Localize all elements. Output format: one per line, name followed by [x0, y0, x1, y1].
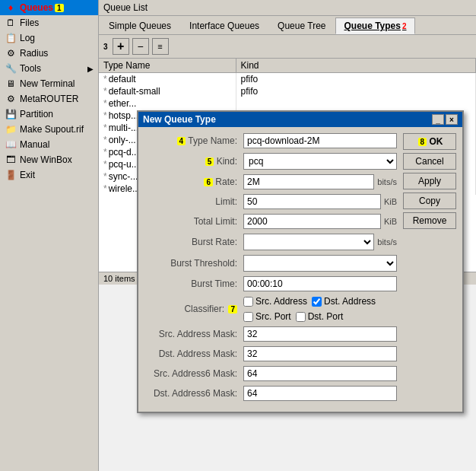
- cell-type-name: *default: [99, 73, 236, 86]
- remove-button-dialog[interactable]: Remove: [403, 212, 456, 229]
- copy-button[interactable]: Copy: [403, 193, 456, 209]
- files-icon: 🗒: [5, 17, 17, 29]
- dst-address-mask-input[interactable]: [243, 346, 397, 361]
- src-address-checkbox-item: Src. Address: [243, 296, 307, 307]
- dialog-close-button[interactable]: ×: [446, 114, 458, 125]
- type-name-badge: 4: [177, 137, 186, 145]
- dialog-title: New Queue Type: [143, 114, 216, 125]
- kind-label: 5 Kind:: [144, 156, 243, 167]
- table-toolbar: 3 + − ≡: [99, 35, 476, 59]
- classifier-checkboxes: Src. Address Dst. Address Src. Port Dst.…: [243, 296, 397, 322]
- burst-rate-row: Burst Rate: bits/s: [144, 234, 397, 250]
- total-limit-input[interactable]: [243, 214, 381, 229]
- burst-threshold-select[interactable]: [243, 255, 397, 272]
- manual-icon: 📖: [5, 138, 17, 151]
- dst-address-checkbox-item: Dst. Address: [312, 296, 376, 307]
- apply-button[interactable]: Apply: [403, 173, 456, 189]
- exit-icon: 🚪: [5, 169, 17, 181]
- add-button[interactable]: +: [113, 38, 129, 55]
- burst-time-row: Burst Time:: [144, 276, 397, 291]
- kind-select[interactable]: pcq pfifo bfifo sfq red: [243, 153, 397, 170]
- rate-unit: bits/s: [377, 177, 397, 186]
- remove-button[interactable]: −: [132, 38, 149, 55]
- type-name-input[interactable]: [243, 133, 397, 148]
- table-row[interactable]: *default-smallpfifo: [99, 85, 476, 97]
- sidebar-item-queues[interactable]: ♦ Queues 1: [0, 0, 98, 15]
- sidebar-item-metarouter[interactable]: ⚙ MetaROUTER: [0, 91, 98, 107]
- add-badge: 3: [103, 43, 108, 51]
- dst-address-mask-row: Dst. Address Mask:: [144, 346, 397, 361]
- sidebar-queues-label: Queues: [20, 2, 53, 13]
- sidebar-item-radius[interactable]: ⚙ Radius: [0, 46, 98, 61]
- ok-badge: 8: [418, 138, 427, 146]
- burst-rate-select[interactable]: [243, 234, 374, 250]
- dialog-minimize-button[interactable]: _: [432, 114, 444, 125]
- src-address-checkbox-label: Src. Address: [255, 296, 307, 307]
- total-limit-label: Total Limit:: [144, 216, 243, 227]
- radius-icon: ⚙: [5, 47, 17, 59]
- table-row[interactable]: *defaultpfifo: [99, 73, 476, 86]
- filter-button[interactable]: ≡: [152, 38, 169, 55]
- src-address-mask-input[interactable]: [243, 326, 397, 342]
- tab-interface-queues[interactable]: Interface Queues: [181, 18, 268, 34]
- dst-port-checkbox[interactable]: [296, 312, 306, 322]
- burst-time-input[interactable]: [243, 276, 397, 291]
- sidebar-item-files[interactable]: 🗒 Files: [0, 15, 98, 30]
- src-address-checkbox[interactable]: [243, 297, 253, 307]
- dst-port-checkbox-label: Dst. Port: [308, 311, 344, 322]
- sidebar-item-new-terminal[interactable]: 🖥 New Terminal: [0, 76, 98, 91]
- src-address6-mask-input[interactable]: [243, 366, 397, 381]
- sidebar-item-tools[interactable]: 🔧 Tools ▶: [0, 61, 98, 76]
- sidebar-item-log[interactable]: 📋 Log: [0, 30, 98, 46]
- table-row[interactable]: *ether...: [99, 97, 476, 110]
- cell-type-name: *ether...: [99, 97, 236, 110]
- sidebar-item-exit[interactable]: 🚪 Exit: [0, 167, 98, 183]
- rate-input-group: bits/s: [243, 174, 397, 189]
- classifier-label: Classifier: 7: [144, 304, 243, 314]
- rate-input[interactable]: [243, 174, 374, 189]
- queues-icon: ♦: [5, 2, 17, 14]
- sidebar-new-terminal-label: New Terminal: [20, 78, 75, 89]
- ok-button[interactable]: 8 OK: [403, 133, 456, 150]
- dialog-title-buttons: _ ×: [432, 114, 458, 125]
- new-queue-type-dialog: New Queue Type _ × 4 Type Name: 5 Kind:: [137, 110, 464, 413]
- total-limit-row: Total Limit: KiB: [144, 214, 397, 229]
- sidebar-item-manual[interactable]: 📖 Manual: [0, 137, 98, 152]
- tab-simple-queues[interactable]: Simple Queues: [100, 18, 179, 34]
- cell-kind: [236, 97, 476, 110]
- dst-address6-mask-row: Dst. Address6 Mask:: [144, 386, 397, 401]
- dst-address-checkbox-label: Dst. Address: [324, 296, 376, 307]
- cancel-button[interactable]: Cancel: [403, 153, 456, 170]
- type-name-label: 4 Type Name:: [144, 135, 243, 146]
- sidebar-tools-label: Tools: [20, 63, 41, 74]
- limit-input[interactable]: [243, 194, 381, 209]
- col-kind: Kind: [236, 59, 476, 73]
- dst-address6-mask-input[interactable]: [243, 386, 397, 401]
- queue-types-badge: 2: [402, 22, 407, 30]
- sidebar-partition-label: Partition: [20, 109, 53, 119]
- sidebar-item-new-winbox[interactable]: 🗔 New WinBox: [0, 152, 98, 167]
- cell-type-name: *default-small: [99, 85, 236, 97]
- kind-badge: 5: [205, 158, 214, 166]
- tab-queue-tree[interactable]: Queue Tree: [269, 18, 334, 34]
- col-type-name: Type Name: [99, 59, 236, 73]
- rate-row: 6 Rate: bits/s: [144, 174, 397, 189]
- limit-label: Limit:: [144, 196, 243, 207]
- metarouter-icon: ⚙: [5, 93, 17, 105]
- dst-address-checkbox[interactable]: [312, 297, 322, 307]
- sidebar-item-make-supout[interactable]: 📁 Make Supout.rif: [0, 122, 98, 137]
- sidebar: ♦ Queues 1 🗒 Files 📋 Log ⚙ Radius 🔧 Tool…: [0, 0, 99, 471]
- src-port-checkbox[interactable]: [243, 312, 253, 322]
- tab-queue-types[interactable]: Queue Types2: [335, 18, 414, 34]
- dialog-titlebar: New Queue Type _ ×: [138, 112, 462, 127]
- sidebar-item-partition[interactable]: 💾 Partition: [0, 107, 98, 122]
- src-port-checkbox-item: Src. Port: [243, 311, 291, 322]
- limit-input-group: KiB: [243, 194, 397, 209]
- queues-badge: 1: [55, 4, 64, 12]
- burst-threshold-label: Burst Threshold:: [144, 258, 243, 269]
- dialog-content: 4 Type Name: 5 Kind: pcq pfifo bfifo sfq…: [138, 127, 462, 412]
- rate-badge: 6: [204, 178, 213, 186]
- sidebar-new-winbox-label: New WinBox: [20, 154, 72, 165]
- dst-port-checkbox-item: Dst. Port: [296, 311, 344, 322]
- limit-unit: KiB: [384, 197, 397, 206]
